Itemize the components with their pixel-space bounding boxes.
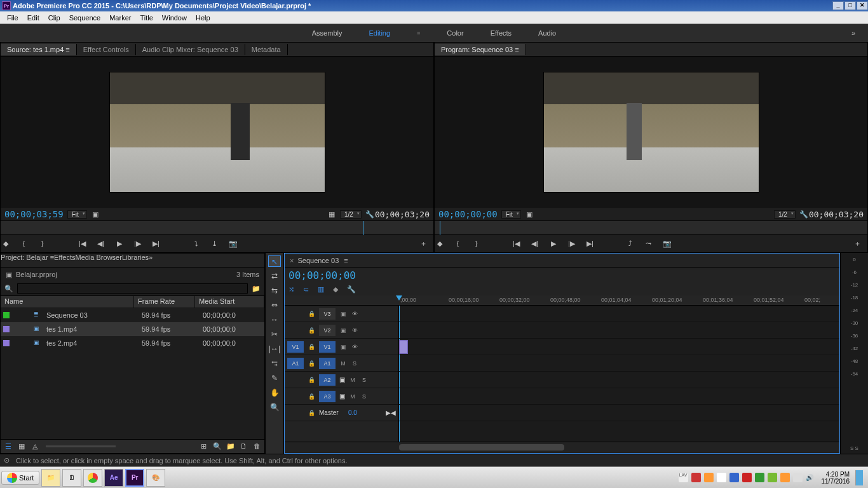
tab-project[interactable]: Project: Belajar ≡ [1,254,54,267]
project-search-input[interactable] [17,283,248,294]
source-viewer[interactable] [1,57,433,208]
menu-marker[interactable]: Marker [105,13,135,22]
tab-media-browser[interactable]: Media Browser [76,254,122,267]
bin-icon[interactable]: ▣ [6,271,12,279]
track-a3[interactable]: 🔒A3▣MS [285,388,398,405]
find-icon[interactable]: 🔍 [212,442,222,451]
program-viewer[interactable] [435,57,867,208]
project-item-row[interactable]: ▣ tes 1.mp4 59.94 fps 00;00;00;0 [1,322,264,336]
wrench-icon[interactable]: 🔧 [799,210,809,219]
program-res-select[interactable]: 1/2 [774,210,796,219]
rate-stretch-tool[interactable]: ↔ [268,314,281,325]
tab-source[interactable]: Source: tes 1.mp4 ≡ [1,44,77,55]
timeline-ruler[interactable]: ;00;00 00;00;16;00 00;00;32;00 00;00;48;… [285,295,839,306]
linked-selection-icon[interactable]: ⊂ [303,285,309,294]
workspace-color[interactable]: Color [447,29,463,37]
tray-icon[interactable] [729,473,739,482]
source-res-select[interactable]: 1/2 [340,210,362,219]
go-to-in-icon[interactable]: |◀ [78,239,87,248]
workspace-editing[interactable]: Editing [369,29,390,37]
show-desktop[interactable] [855,470,863,485]
tray-icon[interactable] [717,473,726,482]
mark-out-icon[interactable]: } [37,239,47,248]
freeform-view-icon[interactable]: ◬ [30,442,39,451]
tray-icon[interactable] [742,473,752,482]
icon-view-icon[interactable]: ▦ [17,442,26,451]
taskbar-app[interactable]: 🗓 [62,469,81,487]
menu-edit[interactable]: Edit [23,13,44,22]
program-ruler[interactable] [435,220,867,234]
taskbar-premiere[interactable]: Pr [125,469,144,487]
project-columns-header[interactable]: Name Frame Rate Media Start [1,295,264,308]
taskbar-paint[interactable]: 🎨 [146,469,165,487]
mark-in-icon[interactable]: { [19,239,29,248]
export-frame-icon[interactable]: 📷 [228,239,238,248]
selection-tool[interactable]: ↖ [268,255,281,267]
new-bin-icon[interactable]: 📁 [226,442,235,451]
add-marker-icon[interactable]: ▥ [318,285,324,294]
safe-margins-icon[interactable]: ▣ [91,210,100,219]
play-icon[interactable]: ▶ [114,239,124,248]
source-ruler[interactable] [1,220,433,234]
timeline-tc[interactable]: 00;00;00;00 [288,269,356,281]
timeline-clip[interactable] [399,340,408,354]
button-editor-icon[interactable]: ＋ [419,239,428,248]
step-back-icon[interactable]: ◀| [530,239,539,248]
track-v3[interactable]: 🔒V3▣👁 [285,306,398,322]
step-fwd-icon[interactable]: |▶ [133,239,142,248]
tab-audio-clip-mixer[interactable]: Audio Clip Mixer: Sequence 03 [136,44,245,55]
source-zoom-select[interactable]: Fit [67,210,87,219]
program-tc-current[interactable]: 00;00;00;00 [438,209,498,219]
tab-effect-controls[interactable]: Effect Controls [77,44,136,55]
menu-title[interactable]: Title [135,13,157,22]
slide-tool[interactable]: ⥃ [268,358,281,369]
snap-icon[interactable]: ⤭ [288,285,294,294]
cc-icon[interactable]: ⊙ [4,456,10,464]
tab-effects[interactable]: Effects [54,254,75,267]
system-clock[interactable]: 4:20 PM 11/7/2016 [817,471,853,485]
minimize-button[interactable]: _ [832,1,844,10]
step-fwd-icon[interactable]: |▶ [567,239,576,248]
safe-margins-icon[interactable]: ▣ [525,210,534,219]
workspace-audio[interactable]: Audio [538,29,556,37]
close-button[interactable]: ✕ [857,1,868,10]
tray-icon[interactable]: LAV [679,473,688,482]
maximize-button[interactable]: □ [844,1,856,10]
overwrite-icon[interactable]: ⤓ [210,239,219,248]
add-marker-icon[interactable]: ◆ [1,239,10,248]
tray-icon[interactable] [780,473,790,482]
add-marker-icon[interactable]: ◆ [435,239,444,248]
source-tc-current[interactable]: 00;00;03;59 [4,209,64,219]
menu-file[interactable]: File [3,13,23,22]
tray-icon[interactable] [691,473,701,482]
insert-icon[interactable]: ⤵ [191,239,201,248]
slip-tool[interactable]: |↔| [268,343,281,355]
export-frame-icon[interactable]: 📷 [662,239,672,248]
taskbar-after-effects[interactable]: Ae [104,469,123,487]
extract-icon[interactable]: ⤳ [644,239,653,248]
delete-icon[interactable]: 🗑 [252,442,262,451]
step-back-icon[interactable]: ◀| [96,239,105,248]
timeline-scrollbar[interactable] [285,442,839,453]
tray-icon[interactable] [704,473,714,482]
marker-icon[interactable]: ◆ [333,285,338,294]
pen-tool[interactable]: ✎ [268,372,281,384]
mark-in-icon[interactable]: { [453,239,463,248]
tray-icon[interactable] [768,473,777,482]
track-select-tool[interactable]: ⇄ [268,270,281,281]
track-master[interactable]: 🔒Master0.0▶◀ [285,405,398,421]
taskbar-chrome[interactable] [83,469,102,487]
taskbar-explorer[interactable]: 📁 [41,469,60,487]
go-to-out-icon[interactable]: ▶| [585,239,595,248]
zoom-tool[interactable]: 🔍 [268,402,281,413]
rolling-tool[interactable]: ⇔ [268,299,281,311]
settings-icon[interactable]: ▦ [327,210,336,219]
thumbnail-size-slider[interactable] [46,445,116,447]
lift-icon[interactable]: ⤴ [625,239,635,248]
menu-help[interactable]: Help [191,13,215,22]
list-view-icon[interactable]: ☰ [3,442,13,451]
hand-tool[interactable]: ✋ [268,387,281,398]
tab-program[interactable]: Program: Sequence 03 ≡ [435,44,526,55]
track-v1[interactable]: V1🔒V1▣👁 [285,339,398,355]
mark-out-icon[interactable]: } [471,239,481,248]
